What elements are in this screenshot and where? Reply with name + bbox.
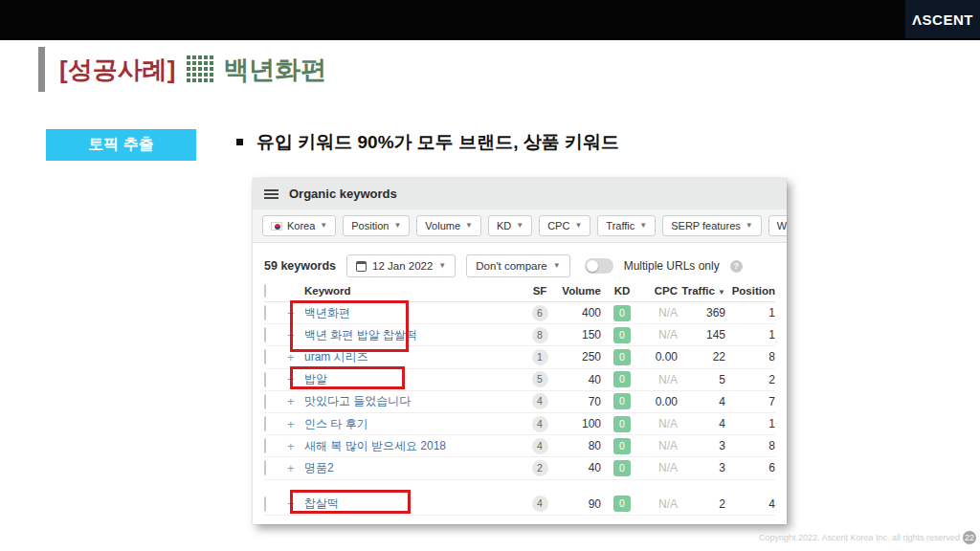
- add-keyword-icon[interactable]: +: [287, 461, 304, 475]
- sf-badge: 2: [532, 460, 548, 476]
- sf-badge: 4: [532, 416, 548, 432]
- chevron-down-icon: ▼: [746, 222, 753, 230]
- keyword-cell: uram 시리즈: [304, 349, 523, 365]
- sf-badge: 8: [532, 327, 548, 343]
- filter-label: KD: [497, 220, 511, 231]
- keyword-cell: 맛있다고 들었습니다: [304, 393, 523, 409]
- chevron-down-icon: ▼: [639, 222, 647, 230]
- table-row: +백년 화편 밥알 찹쌀떡81500N/A1451: [264, 324, 775, 346]
- hamburger-menu-icon[interactable]: [264, 189, 278, 199]
- add-keyword-icon[interactable]: +: [287, 372, 304, 386]
- table-row: +인스 타 후기41000N/A41: [264, 413, 775, 435]
- row-checkbox[interactable]: [264, 496, 266, 512]
- keyword-cell: 명품2: [304, 460, 523, 476]
- row-checkbox[interactable]: [264, 327, 266, 342]
- sf-cell: 2: [523, 460, 557, 476]
- kd-badge: 0: [613, 327, 631, 343]
- sf-cell: 4: [523, 393, 557, 409]
- cpc-cell: N/A: [637, 373, 678, 386]
- row-gap: [264, 480, 775, 494]
- select-all-checkbox[interactable]: [264, 284, 266, 298]
- multiple-urls-toggle[interactable]: [585, 258, 613, 274]
- keyword-link[interactable]: 새해 복 많이 받으세요 2018: [304, 439, 446, 452]
- position-cell: 6: [725, 461, 775, 474]
- korea-flag-icon: [271, 222, 282, 231]
- row-checkbox-cell: [264, 373, 287, 386]
- sf-cell: 1: [523, 349, 557, 365]
- volume-cell: 40: [557, 373, 601, 386]
- row-checkbox[interactable]: [264, 394, 266, 409]
- copyright-text: Copyright 2022. Ascent Korea Inc. all ri…: [759, 533, 960, 542]
- filter-dropdown-kd[interactable]: KD▼: [488, 215, 532, 236]
- keyword-link[interactable]: 찹살떡: [304, 496, 339, 510]
- screenshot-header: Organic keywords: [253, 178, 787, 209]
- kd-cell: 0: [607, 327, 637, 343]
- row-checkbox-cell: [264, 395, 287, 408]
- row-checkbox-cell: [264, 439, 287, 452]
- filter-dropdown-traffic[interactable]: Traffic▼: [597, 215, 656, 236]
- kd-badge: 0: [613, 393, 631, 409]
- add-keyword-icon[interactable]: +: [287, 394, 304, 408]
- keyword-link[interactable]: 맛있다고 들었습니다: [304, 394, 411, 408]
- position-cell: 1: [725, 328, 775, 342]
- ascent-logo: ΛSCENT: [905, 0, 980, 38]
- traffic-cell: 3: [678, 461, 725, 474]
- filter-dropdown-cpc[interactable]: CPC▼: [539, 215, 590, 236]
- traffic-cell: 4: [678, 395, 725, 408]
- keyword-link[interactable]: 밥알: [304, 372, 327, 386]
- keyword-link[interactable]: 백년 화편 밥알 찹쌀떡: [304, 328, 417, 342]
- filter-dropdown-serp-features[interactable]: SERP features▼: [662, 215, 761, 236]
- traffic-cell: 3: [678, 439, 725, 452]
- filter-label: Position: [351, 220, 389, 231]
- filter-dropdown-word-count[interactable]: Word count▼: [768, 215, 787, 236]
- row-checkbox[interactable]: [264, 305, 266, 320]
- add-keyword-icon[interactable]: +: [287, 439, 304, 453]
- header-traffic-sort[interactable]: Traffic ▼: [678, 285, 725, 297]
- keyword-cell: 백년 화편 밥알 찹쌀떡: [304, 327, 523, 343]
- keyword-link[interactable]: 명품2: [304, 461, 334, 474]
- keyword-link[interactable]: 백년화편: [304, 306, 350, 320]
- position-cell: 2: [725, 373, 775, 386]
- sf-cell: 5: [523, 371, 557, 387]
- row-checkbox[interactable]: [264, 460, 266, 475]
- filter-label: Word count: [777, 220, 787, 231]
- bullet-row: 유입 키워드 90%가 모두 브랜드, 상품 키워드: [236, 130, 619, 155]
- table-row: +밥알5400N/A52: [264, 369, 775, 391]
- add-keyword-icon[interactable]: +: [287, 328, 304, 342]
- filter-dropdown-volume[interactable]: Volume▼: [416, 215, 481, 236]
- volume-cell: 90: [557, 497, 601, 511]
- header-checkbox-cell: [264, 285, 287, 297]
- traffic-cell: 145: [678, 328, 725, 342]
- header-volume: Volume: [557, 285, 601, 297]
- row-checkbox-cell: [264, 417, 287, 430]
- add-keyword-icon[interactable]: +: [287, 417, 304, 431]
- chevron-down-icon: ▼: [516, 222, 523, 230]
- kd-cell: 0: [607, 393, 637, 409]
- row-checkbox[interactable]: [264, 438, 266, 453]
- filter-dropdown-korea[interactable]: Korea▼: [262, 215, 336, 236]
- filter-dropdown-position[interactable]: Position▼: [343, 215, 410, 236]
- table-row: +새해 복 많이 받으세요 20184800N/A38: [264, 435, 775, 457]
- add-keyword-icon[interactable]: +: [287, 306, 304, 320]
- sort-caret-icon: ▼: [718, 288, 725, 297]
- compare-dropdown[interactable]: Don't compare ▼: [466, 254, 569, 277]
- filter-label: CPC: [547, 220, 569, 231]
- keyword-link[interactable]: 인스 타 후기: [304, 417, 368, 430]
- sf-cell: 8: [523, 327, 557, 343]
- row-checkbox[interactable]: [264, 349, 266, 364]
- add-keyword-icon[interactable]: +: [287, 496, 304, 511]
- keyword-link[interactable]: uram 시리즈: [304, 350, 368, 364]
- add-keyword-icon[interactable]: +: [287, 350, 304, 364]
- keyword-cell: 새해 복 많이 받으세요 2018: [304, 438, 523, 454]
- volume-cell: 150: [557, 328, 601, 342]
- help-icon[interactable]: ?: [730, 260, 743, 273]
- kd-badge: 0: [613, 438, 631, 454]
- row-checkbox[interactable]: [264, 372, 266, 387]
- row-checkbox[interactable]: [264, 416, 266, 431]
- top-black-bar: [0, 0, 980, 40]
- header-cpc: CPC: [637, 285, 678, 297]
- cpc-cell: N/A: [637, 461, 678, 474]
- position-cell: 1: [725, 306, 775, 320]
- date-picker-button[interactable]: 12 Jan 2022 ▼: [346, 254, 456, 277]
- volume-cell: 100: [557, 417, 601, 430]
